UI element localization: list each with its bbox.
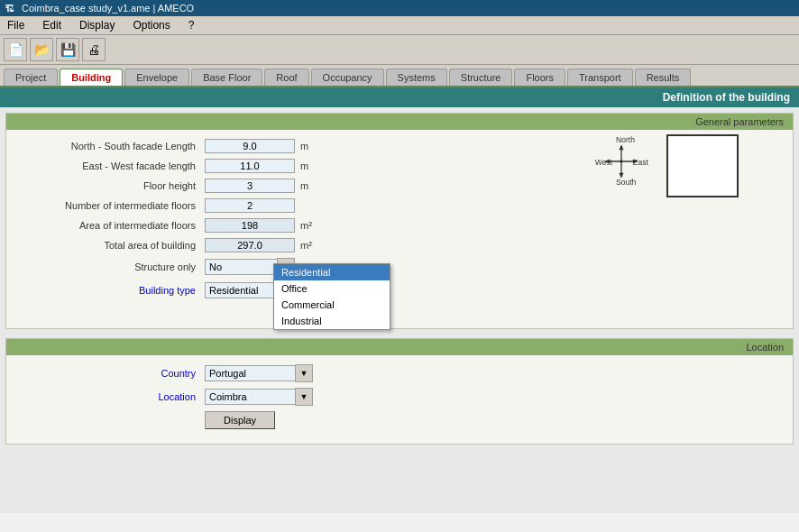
- svg-text:South: South: [616, 178, 637, 187]
- tab-structure[interactable]: Structure: [449, 69, 513, 86]
- content-area: General parameters North - South facade …: [0, 107, 799, 450]
- tab-floors[interactable]: Floors: [514, 69, 565, 86]
- tab-results[interactable]: Results: [635, 69, 692, 86]
- tab-roof[interactable]: Roof: [264, 69, 308, 86]
- location-select: Coimbra ▼: [205, 388, 313, 406]
- compass-area: North South West East: [594, 134, 648, 191]
- tab-occupancy[interactable]: Occupancy: [311, 69, 384, 86]
- tab-project[interactable]: Project: [4, 69, 58, 86]
- total-area-label: Total area of building: [24, 240, 205, 251]
- structure-only-value: No: [205, 259, 277, 275]
- ew-facade-label: East - West facade length: [24, 161, 205, 171]
- title-bar: 🏗 Coimbra_case study_v1.ame | AMECO: [0, 0, 799, 16]
- country-arrow[interactable]: ▼: [295, 364, 313, 382]
- svg-text:West: West: [595, 158, 613, 167]
- building-type-row: Building type Residential ▼: [24, 281, 775, 299]
- structure-only-row: Structure only No ▼: [24, 258, 775, 276]
- menu-file[interactable]: File: [4, 18, 28, 32]
- location-header: Location: [6, 339, 793, 355]
- ew-facade-input[interactable]: [205, 159, 295, 173]
- country-value: Portugal: [205, 365, 295, 381]
- location-label: Location: [24, 391, 205, 402]
- tab-building[interactable]: Building: [60, 69, 123, 87]
- open-button[interactable]: 📂: [30, 38, 53, 61]
- dropdown-item-office[interactable]: Office: [274, 280, 390, 297]
- tab-base-floor[interactable]: Base Floor: [191, 69, 262, 86]
- total-area-unit: m²: [300, 240, 312, 251]
- tab-systems[interactable]: Systems: [386, 69, 447, 86]
- floor-height-input[interactable]: [205, 179, 295, 193]
- main-content: Definition of the building General param…: [0, 87, 799, 513]
- print-button[interactable]: 🖨: [82, 38, 106, 61]
- num-floors-label: Number of intermediate floors: [24, 200, 205, 211]
- svg-text:North: North: [616, 135, 635, 144]
- ns-facade-unit: m: [300, 141, 308, 151]
- compass-svg: North South West East: [594, 134, 648, 188]
- dropdown-item-commercial[interactable]: Commercial: [274, 297, 390, 313]
- area-floors-row: Area of intermediate floors m²: [24, 218, 775, 233]
- floor-height-unit: m: [300, 180, 308, 191]
- ew-facade-unit: m: [300, 161, 308, 171]
- num-floors-input[interactable]: [205, 198, 295, 213]
- new-button[interactable]: 📄: [4, 38, 27, 61]
- area-floors-label: Area of intermediate floors: [24, 220, 205, 231]
- ew-facade-row: East - West facade length m: [24, 159, 775, 173]
- tab-transport[interactable]: Transport: [567, 69, 633, 86]
- total-area-input[interactable]: [205, 238, 295, 252]
- menu-options[interactable]: Options: [129, 18, 173, 32]
- building-type-value: Residential: [205, 282, 277, 298]
- area-floors-input[interactable]: [205, 218, 295, 233]
- general-params-header: General parameters: [6, 114, 793, 130]
- building-outline: [666, 134, 739, 197]
- svg-point-10: [620, 160, 622, 162]
- country-select: Portugal ▼: [205, 364, 313, 382]
- menu-edit[interactable]: Edit: [39, 18, 65, 32]
- building-type-label: Building type: [24, 285, 205, 296]
- svg-marker-6: [619, 144, 623, 150]
- structure-only-label: Structure only: [24, 261, 205, 272]
- tab-bar: Project Building Envelope Base Floor Roo…: [0, 65, 799, 87]
- building-type-dropdown: Residential Office Commercial Industrial: [273, 263, 390, 330]
- area-floors-unit: m²: [300, 220, 312, 231]
- toolbar: 📄 📂 💾 🖨: [0, 35, 799, 65]
- location-row: Location Coimbra ▼: [24, 388, 775, 406]
- ns-facade-label: North - South facade Length: [24, 141, 205, 151]
- general-params-body: North - South facade Length m East - Wes…: [6, 130, 793, 328]
- country-label: Country: [24, 368, 205, 379]
- country-row: Country Portugal ▼: [24, 364, 775, 382]
- ns-facade-row: North - South facade Length m: [24, 139, 775, 153]
- dropdown-item-industrial[interactable]: Industrial: [274, 313, 390, 329]
- dropdown-item-residential[interactable]: Residential: [274, 264, 390, 280]
- window-title: Coimbra_case study_v1.ame | AMECO: [22, 3, 194, 14]
- location-arrow[interactable]: ▼: [295, 388, 313, 406]
- save-button[interactable]: 💾: [56, 38, 79, 61]
- location-form: Country Portugal ▼ Location Coimbra ▼ Di…: [6, 355, 793, 444]
- ns-facade-input[interactable]: [205, 139, 295, 153]
- floor-height-row: Floor height m: [24, 179, 775, 193]
- menu-help[interactable]: ?: [185, 18, 198, 32]
- display-btn-row: Display: [205, 411, 775, 429]
- location-value: Coimbra: [205, 389, 295, 405]
- floor-height-label: Floor height: [24, 180, 205, 191]
- display-button[interactable]: Display: [205, 411, 275, 429]
- num-floors-row: Number of intermediate floors: [24, 198, 775, 213]
- menu-display[interactable]: Display: [76, 18, 118, 32]
- section-header: Definition of the building: [0, 87, 799, 107]
- tab-envelope[interactable]: Envelope: [124, 69, 189, 86]
- menu-bar: File Edit Display Options ?: [0, 16, 799, 35]
- total-area-row: Total area of building m²: [24, 238, 775, 252]
- app-icon: 🏗: [5, 4, 14, 14]
- location-panel: Location Country Portugal ▼ Location Coi…: [5, 338, 794, 445]
- general-params-panel: General parameters North - South facade …: [5, 113, 794, 329]
